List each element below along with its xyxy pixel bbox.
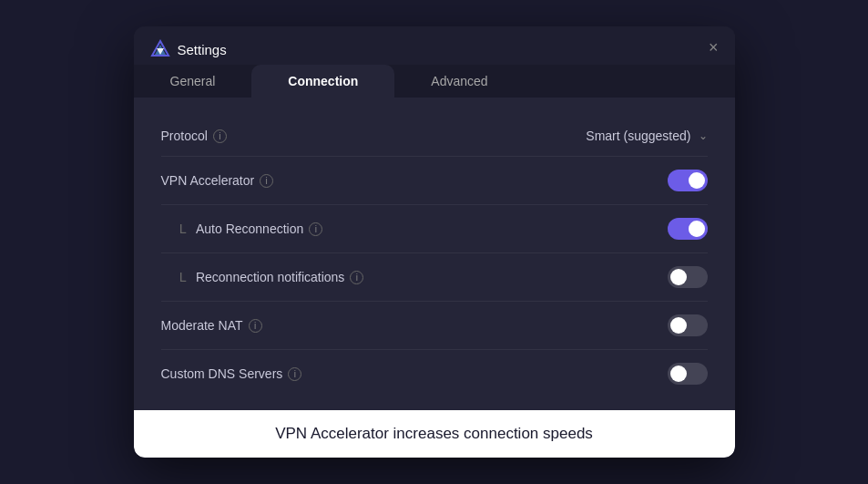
moderate-nat-label: Moderate NAT: [161, 318, 243, 333]
vpn-accelerator-label-group: VPN Accelerator i: [161, 173, 274, 188]
custom-dns-toggle[interactable]: [668, 363, 708, 385]
reconnection-notifications-toggle[interactable]: [668, 266, 708, 288]
close-button[interactable]: ×: [709, 39, 719, 56]
custom-dns-toggle-knob: [670, 366, 687, 382]
chevron-down-icon: ⌄: [699, 129, 708, 142]
auto-reconnection-toggle[interactable]: [668, 218, 708, 240]
custom-dns-label-group: Custom DNS Servers i: [161, 366, 302, 381]
reconnection-notifications-info-icon[interactable]: i: [350, 271, 363, 284]
settings-window: Settings × General Connection Advanced P…: [134, 26, 735, 458]
moderate-nat-toggle-knob: [670, 317, 687, 334]
reconnection-notifications-label: Reconnection notifications: [196, 270, 344, 284]
protocol-label: Protocol: [161, 129, 208, 143]
moderate-nat-label-group: Moderate NAT i: [161, 318, 262, 333]
vpn-accelerator-toggle[interactable]: [668, 170, 708, 191]
protocol-value: Smart (suggested): [586, 129, 690, 143]
protocol-info-icon[interactable]: i: [213, 129, 227, 143]
settings-content: Protocol i Smart (suggested) ⌄ VPN Accel…: [134, 98, 735, 410]
protocol-dropdown[interactable]: Smart (suggested) ⌄: [586, 129, 707, 143]
vpn-accelerator-row: VPN Accelerator i: [161, 157, 708, 205]
reconnection-notifications-toggle-knob: [670, 269, 687, 285]
reconnection-notifications-label-group: Reconnection notifications i: [161, 270, 364, 284]
auto-reconnection-label-group: Auto Reconnection i: [161, 221, 323, 236]
moderate-nat-row: Moderate NAT i: [161, 302, 708, 350]
app-background: Settings × General Connection Advanced P…: [0, 0, 868, 484]
custom-dns-label: Custom DNS Servers: [161, 366, 283, 381]
vpn-accelerator-toggle-knob: [689, 172, 705, 189]
tab-connection[interactable]: Connection: [251, 65, 394, 98]
vpn-accelerator-label: VPN Accelerator: [161, 173, 255, 188]
auto-reconnection-toggle-knob: [689, 221, 705, 237]
window-title: Settings: [178, 42, 227, 57]
title-bar: Settings ×: [134, 26, 735, 59]
app-logo: [150, 39, 170, 59]
tooltip-banner: VPN Accelerator increases connection spe…: [134, 410, 735, 458]
custom-dns-info-icon[interactable]: i: [288, 367, 301, 381]
reconnection-notifications-row: Reconnection notifications i: [161, 253, 708, 302]
protocol-row: Protocol i Smart (suggested) ⌄: [161, 116, 708, 157]
tab-general[interactable]: General: [134, 65, 252, 98]
tab-bar: General Connection Advanced: [134, 65, 735, 98]
auto-reconnection-info-icon[interactable]: i: [309, 222, 322, 236]
tab-advanced[interactable]: Advanced: [394, 65, 524, 98]
vpn-accelerator-info-icon[interactable]: i: [260, 174, 273, 188]
auto-reconnection-label: Auto Reconnection: [196, 221, 303, 236]
auto-reconnection-row: Auto Reconnection i: [161, 205, 708, 253]
moderate-nat-info-icon[interactable]: i: [249, 319, 262, 333]
protocol-label-group: Protocol i: [161, 129, 227, 143]
tooltip-text: VPN Accelerator increases connection spe…: [275, 425, 593, 442]
custom-dns-row: Custom DNS Servers i: [161, 350, 708, 388]
moderate-nat-toggle[interactable]: [668, 314, 708, 336]
